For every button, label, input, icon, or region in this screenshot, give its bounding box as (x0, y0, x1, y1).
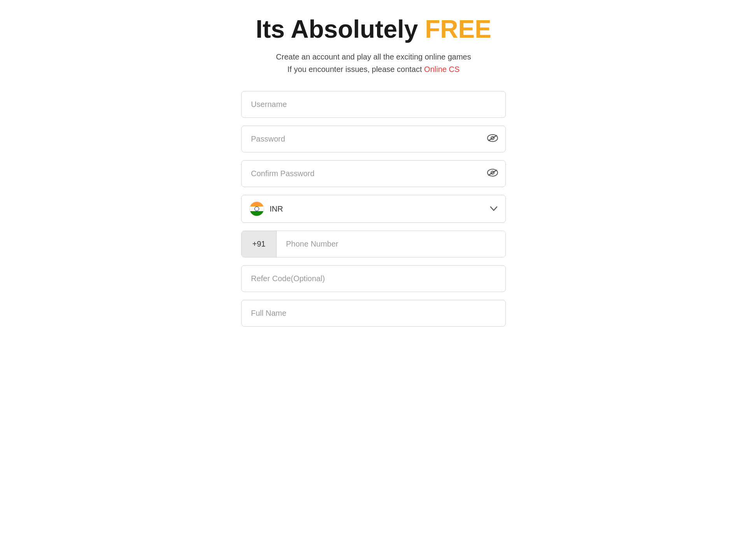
username-wrapper (241, 91, 506, 118)
subtitle-line1: Create an account and play all the excit… (276, 52, 471, 61)
refer-code-wrapper (241, 265, 506, 292)
page-container: Its Absolutely FREE Create an account an… (241, 16, 506, 327)
online-cs-link[interactable]: Online CS (424, 65, 459, 74)
password-wrapper (241, 126, 506, 152)
phone-input[interactable] (277, 231, 505, 257)
subtitle: Create an account and play all the excit… (276, 51, 471, 75)
chevron-down-icon (490, 205, 498, 214)
title-free: FREE (425, 15, 491, 43)
password-eye-icon[interactable] (487, 134, 498, 144)
phone-wrapper: +91 (241, 231, 506, 257)
confirm-password-eye-icon[interactable] (487, 169, 498, 179)
title-text: Its Absolutely (256, 15, 425, 43)
ashoka-chakra (254, 206, 259, 211)
full-name-input[interactable] (241, 300, 506, 327)
subtitle-line2: If you encounter issues, please contact (288, 65, 424, 74)
full-name-wrapper (241, 300, 506, 327)
refer-code-input[interactable] (241, 265, 506, 292)
india-flag (249, 201, 264, 216)
username-input[interactable] (241, 91, 506, 118)
flag-white (250, 206, 264, 211)
confirm-password-wrapper (241, 160, 506, 187)
flag-saffron (250, 202, 264, 206)
flag-green (250, 211, 264, 216)
currency-select[interactable]: INR (241, 195, 506, 223)
confirm-password-input[interactable] (241, 160, 506, 187)
page-title: Its Absolutely FREE (256, 16, 491, 43)
password-input[interactable] (241, 126, 506, 152)
registration-form: INR +91 (241, 91, 506, 327)
currency-label: INR (270, 205, 490, 214)
phone-country-code: +91 (242, 231, 277, 257)
